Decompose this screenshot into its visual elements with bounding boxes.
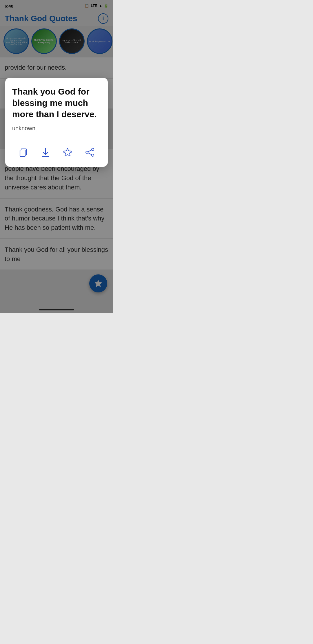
svg-line-11 — [88, 150, 92, 152]
favorite-button[interactable] — [59, 145, 76, 160]
svg-marker-4 — [63, 148, 72, 156]
modal-author: unknown — [12, 125, 101, 132]
svg-point-9 — [86, 151, 88, 153]
svg-point-10 — [92, 154, 94, 156]
modal-actions — [12, 139, 101, 160]
svg-rect-1 — [20, 150, 25, 156]
modal-card: Thank you God for blessing me much more … — [5, 78, 108, 167]
star-icon — [61, 146, 74, 159]
download-icon — [39, 146, 52, 159]
svg-line-12 — [88, 153, 92, 155]
copy-icon — [17, 146, 30, 159]
download-button[interactable] — [37, 145, 54, 160]
copy-button[interactable] — [14, 145, 32, 160]
modal-quote-text: Thank you God for blessing me much more … — [12, 86, 101, 120]
share-icon — [83, 146, 96, 159]
share-button[interactable] — [81, 145, 99, 160]
svg-point-8 — [92, 148, 94, 151]
